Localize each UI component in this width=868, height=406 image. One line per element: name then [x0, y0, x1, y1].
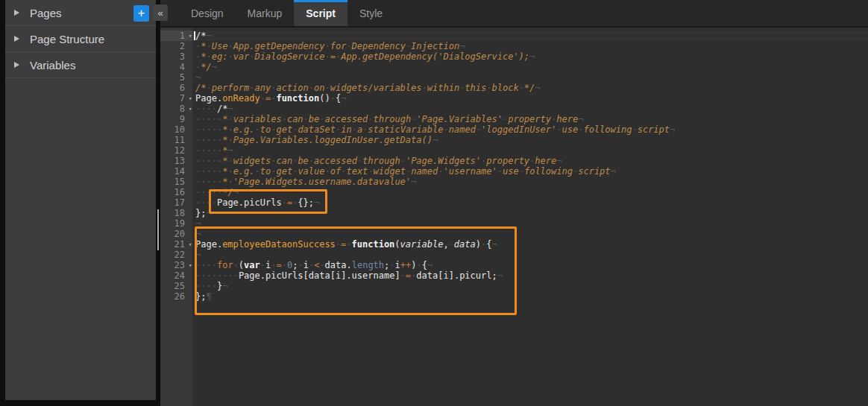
- whitespace-dot: ·: [206, 281, 211, 291]
- code-line-content[interactable]: ·*/¬: [192, 62, 868, 72]
- line-number[interactable]: 10: [160, 124, 192, 135]
- code-token: function: [276, 93, 319, 104]
- line-number[interactable]: 15: [160, 177, 192, 187]
- caret-right-icon[interactable]: [14, 62, 19, 68]
- whitespace-dot: ·: [324, 83, 330, 93]
- code-line-15: 15·····*·'Page.Widgets.username.datavalu…: [160, 177, 868, 187]
- line-number[interactable]: 1▾: [160, 31, 192, 41]
- code-line-content[interactable]: ·····*·e.g.·to·get·dataSet·in·a·staticVa…: [192, 124, 868, 135]
- line-number[interactable]: 21▾: [160, 239, 192, 250]
- sidebar-item-variables[interactable]: Variables: [5, 52, 156, 78]
- whitespace-dot: ·: [227, 124, 233, 135]
- code-line-content[interactable]: ·····*/¬: [192, 187, 868, 197]
- code-line-content[interactable]: ····}¬: [192, 281, 868, 291]
- whitespace-dot: ·: [195, 62, 201, 72]
- fold-arrow-icon[interactable]: ▾: [189, 104, 192, 114]
- code-line-content[interactable]: ¬: [192, 218, 868, 229]
- line-number[interactable]: 12: [160, 145, 192, 156]
- code-line-21: 21▾Page.employeeDataonSuccess·=·function…: [160, 239, 868, 250]
- code-line-6: 6/*·perform·any·action·on·widgets/variab…: [160, 83, 868, 93]
- line-number[interactable]: 2: [160, 41, 192, 51]
- code-token: ·····*·Page.Variables.loggedInUser.getDa…: [195, 135, 433, 145]
- line-number[interactable]: 26: [160, 291, 192, 302]
- tab-style[interactable]: Style: [347, 0, 394, 26]
- whitespace-dot: ·: [271, 156, 276, 166]
- line-number[interactable]: 5: [160, 72, 192, 83]
- code-token: ·····*·e.g.·to·get·dataSet·in·a·staticVa…: [195, 124, 670, 135]
- sidebar-item-page-structure[interactable]: Page Structure: [5, 26, 156, 52]
- code-line-11: 11·····*·Page.Variables.loggedInUser.get…: [160, 135, 868, 145]
- code-line-content[interactable]: ·*·Use·App.getDependency·for·Dependency·…: [192, 41, 868, 51]
- line-number[interactable]: 16: [160, 187, 192, 197]
- line-number[interactable]: 8▾: [160, 104, 192, 114]
- add-page-button[interactable]: +: [133, 5, 149, 22]
- line-number[interactable]: 14: [160, 166, 192, 177]
- line-number[interactable]: 4: [160, 62, 192, 72]
- code-line-22: 22¬: [160, 250, 868, 260]
- code-line-content[interactable]: ¬: [192, 72, 868, 83]
- code-line-18: 18};¬: [160, 208, 868, 218]
- code-line-content[interactable]: ·····*·widgets·can·be·accessed·through·'…: [192, 156, 868, 166]
- line-number[interactable]: 18: [160, 208, 192, 218]
- code-token: ·*·eg:·var·DialogService·=·App.getDepend…: [195, 51, 529, 62]
- whitespace-dot: ·: [324, 41, 330, 51]
- line-number[interactable]: 7▾: [160, 93, 192, 104]
- line-number[interactable]: 9: [160, 114, 192, 124]
- tab-script[interactable]: Script: [294, 0, 347, 26]
- line-number[interactable]: 17: [160, 197, 192, 208]
- line-number[interactable]: 6: [160, 83, 192, 93]
- line-number[interactable]: 19: [160, 218, 192, 229]
- code-line-content[interactable]: /*¬: [192, 31, 868, 41]
- whitespace-dot: ·: [212, 124, 217, 135]
- code-line-content[interactable]: ·····*·e.g.·to·get·value·of·text·widget·…: [192, 166, 868, 177]
- fold-arrow-icon[interactable]: ▾: [189, 31, 192, 41]
- code-line-content[interactable]: ········Page.picUrls[data[i].username]·=…: [192, 270, 868, 281]
- line-number[interactable]: 22: [160, 250, 192, 260]
- code-editor[interactable]: 1▾/*¬2·*·Use·App.getDependency·for·Depen…: [160, 28, 868, 406]
- code-line-content[interactable]: ¬: [192, 229, 868, 239]
- eol-marker: ¬: [227, 145, 233, 156]
- code-line-7: 7▾Page.onReady·=·function()·{¬: [160, 93, 868, 104]
- code-token: )·{: [476, 239, 492, 250]
- code-line-content[interactable]: ·····*·Page.Variables.loggedInUser.getDa…: [192, 135, 868, 145]
- caret-right-icon[interactable]: [14, 36, 19, 42]
- collapse-sidebar-button[interactable]: «: [153, 4, 168, 21]
- code-line-12: 12·····*¬: [160, 145, 868, 156]
- code-line-content[interactable]: ·····*·variables·can·be·accessed·through…: [192, 114, 868, 124]
- line-number[interactable]: 20: [160, 229, 192, 239]
- fold-arrow-icon[interactable]: ▾: [189, 239, 192, 250]
- code-line-content[interactable]: ¬: [192, 250, 868, 260]
- whitespace-dot: ·: [346, 239, 351, 250]
- code-line-content[interactable]: ·····*¬: [192, 145, 868, 156]
- eol-marker: ¬: [222, 281, 227, 291]
- code-line-content[interactable]: ·····*·'Page.Widgets.username.datavalue'…: [192, 177, 868, 187]
- whitespace-dot: ·: [368, 166, 373, 177]
- code-line-content[interactable]: ····Page.picUrls·=·{};¬: [192, 197, 868, 208]
- fold-arrow-icon[interactable]: ▾: [189, 260, 192, 270]
- whitespace-dot: ·: [298, 260, 303, 270]
- caret-right-icon[interactable]: [14, 10, 19, 16]
- line-number[interactable]: 23▾: [160, 260, 192, 270]
- code-line-content[interactable]: /*·perform·any·action·on·widgets/variabl…: [192, 83, 868, 93]
- code-line-content[interactable]: };¬: [192, 208, 868, 218]
- line-number[interactable]: 13: [160, 156, 192, 166]
- code-line-content[interactable]: Page.onReady·=·function()·{¬: [192, 93, 868, 104]
- line-number[interactable]: 3: [160, 51, 192, 62]
- code-token: ·{};: [292, 197, 314, 208]
- code-line-content[interactable]: ····for·(var·i·=·0;·i·<·data.length;·i++…: [192, 260, 868, 270]
- scrollbar-thumb[interactable]: [157, 209, 159, 250]
- tab-markup[interactable]: Markup: [236, 0, 295, 26]
- line-number[interactable]: 24: [160, 270, 192, 281]
- tab-design[interactable]: Design: [179, 0, 236, 26]
- code-line-content[interactable]: };¶: [192, 291, 868, 302]
- whitespace-dot: ·: [368, 114, 373, 124]
- code-line-25: 25····}¬: [160, 281, 868, 291]
- whitespace-dot: ·: [227, 114, 233, 124]
- code-line-content[interactable]: ····/*¬: [192, 104, 868, 114]
- fold-arrow-icon[interactable]: ▾: [189, 93, 192, 104]
- line-number[interactable]: 25: [160, 281, 192, 291]
- whitespace-dot: ·: [212, 114, 217, 124]
- code-line-content[interactable]: ·*·eg:·var·DialogService·=·App.getDepend…: [192, 51, 868, 62]
- code-line-content[interactable]: Page.employeeDataonSuccess·=·function(va…: [192, 239, 868, 250]
- line-number[interactable]: 11: [160, 135, 192, 145]
